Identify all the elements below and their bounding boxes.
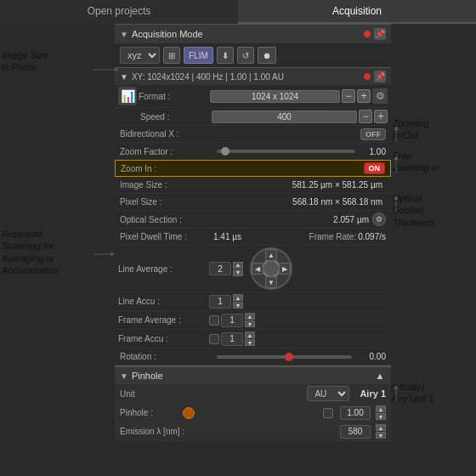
emission-down-btn[interactable]: ▼ — [376, 432, 386, 439]
line-average-input[interactable]: 2 — [209, 262, 231, 275]
pinhole-down-btn[interactable]: ▼ — [376, 413, 386, 420]
pixel-dwell-row: Pixel Dwell Time : 1.41 µs Frame Rate: 0… — [115, 229, 391, 246]
download-btn[interactable]: ⬇ — [217, 47, 234, 64]
arrow-image-size — [94, 65, 119, 75]
unit-select[interactable]: AU µm — [307, 386, 349, 401]
arrow-zooming — [391, 126, 401, 143]
pinhole-steppers: ▲ ▼ — [376, 405, 386, 420]
svg-marker-3 — [110, 252, 115, 257]
flim-btn[interactable]: FLIM — [184, 47, 213, 64]
format-gear-icon[interactable]: ⚙ — [372, 88, 388, 104]
frame-accu-row: Frame Accu : 1 ▲ ▼ — [115, 330, 391, 348]
triangle-pinhole-icon: ▼ — [120, 371, 128, 381]
format-plus-btn[interactable]: + — [357, 89, 371, 103]
line-accu-label: Line Accu : — [118, 297, 207, 306]
rotation-slider[interactable] — [217, 355, 352, 359]
pinhole-dot — [183, 407, 195, 419]
zoom-factor-label: Zoom Factor : — [120, 147, 213, 156]
xy-record-dot — [364, 73, 371, 80]
nav-left-btn[interactable]: ◀ — [252, 263, 264, 275]
unit-label: Unit — [120, 389, 303, 399]
emission-row: Emission λ [nm] : 580 ▲ ▼ — [115, 422, 391, 441]
format-label: Format : — [139, 92, 208, 101]
pixel-size-label: Pixel Size : — [120, 197, 213, 207]
bidirectional-toggle[interactable]: OFF — [360, 128, 386, 140]
pinhole-value[interactable]: 1.00 — [340, 406, 371, 420]
frame-average-down-btn[interactable]: ▼ — [245, 320, 255, 327]
image-size-row: Image Size : 581.25 µm × 581.25 µm — [115, 177, 391, 194]
emission-steppers: ▲ ▼ — [376, 424, 386, 439]
line-accu-up-btn[interactable]: ▲ — [233, 294, 243, 301]
frame-accu-down-btn[interactable]: ▼ — [245, 339, 255, 346]
line-accu-down-btn[interactable]: ▼ — [233, 302, 243, 309]
toolbar-row: xyz xy xz ⊞ FLIM ⬇ ↺ ⏺ — [115, 43, 391, 67]
frame-accu-input[interactable]: 1 — [221, 332, 243, 346]
speed-plus-btn[interactable]: + — [374, 110, 388, 123]
emission-up-btn[interactable]: ▲ — [376, 424, 386, 431]
pinhole-header[interactable]: ▼ Pinhole ▲ — [115, 367, 391, 384]
pinhole-checkbox[interactable] — [323, 408, 333, 418]
grid-btn[interactable]: ⊞ — [163, 47, 180, 64]
chart-icon: 📊 — [118, 87, 137, 105]
zoom-in-label: Zoom In : — [121, 164, 214, 173]
speed-label: Speed : — [140, 112, 210, 122]
arrow-optical — [391, 196, 401, 212]
zoom-in-toggle[interactable]: ON — [364, 162, 386, 174]
optical-section-icon[interactable]: ⚙ — [372, 212, 386, 226]
line-average-up-btn[interactable]: ▲ — [233, 262, 243, 269]
emission-label: Emission λ [nm] : — [120, 427, 337, 436]
tab-open-projects[interactable]: Open projects — [0, 0, 238, 24]
optical-section-value: 2.057 µm — [213, 215, 372, 224]
pinhole-title: Pinhole — [132, 371, 371, 381]
xy-header-title: XY: 1024x1024 | 400 Hz | 1.00 | 1.00 AU — [132, 72, 284, 82]
format-minus-btn[interactable]: − — [342, 89, 355, 103]
xy-section-header: ▼ XY: 1024x1024 | 400 Hz | 1.00 | 1.00 A… — [115, 67, 391, 85]
pinhole-value-row: Pinhole : 1.00 ▲ ▼ — [115, 404, 391, 422]
line-average-down-btn[interactable]: ▼ — [233, 269, 243, 276]
image-size-value: 581.25 µm × 581.25 µm — [213, 180, 386, 190]
xy-pin-icon: 📌 — [374, 71, 386, 82]
pinhole-label: Pinhole : — [120, 408, 179, 417]
record-dot — [364, 31, 371, 37]
format-value: 1024 x 1024 — [210, 90, 340, 103]
nav-joystick[interactable]: ▲ ◀ ▶ ▼ — [250, 247, 292, 290]
frame-average-label: Frame Average : — [118, 315, 207, 325]
svg-marker-7 — [394, 156, 399, 160]
arrow-free-zooming — [391, 156, 401, 173]
optical-section-row: Optical Section : 2.057 µm ⚙ — [115, 211, 391, 229]
refresh-btn[interactable]: ↺ — [237, 47, 254, 64]
pinhole-up-btn[interactable]: ▲ — [376, 405, 386, 412]
xyz-select[interactable]: xyz xy xz — [120, 47, 160, 64]
svg-marker-11 — [394, 385, 399, 389]
tab-bar: Open projects Acquisition — [0, 0, 476, 24]
frame-accu-steppers: ▲ ▼ — [245, 332, 255, 346]
line-accu-input[interactable]: 1 — [209, 295, 231, 309]
tab-acquisition[interactable]: Acquisition — [238, 0, 476, 24]
pinhole-section: ▼ Pinhole ▲ Unit AU µm Airy 1 Pinhole : … — [115, 366, 391, 441]
bidirectional-label: Bidirectional X : — [120, 129, 213, 139]
nav-down-btn[interactable]: ▼ — [265, 276, 277, 288]
frame-accu-up-btn[interactable]: ▲ — [245, 332, 255, 338]
pixel-size-row: Pixel Size : 568.18 nm × 568.18 nm — [115, 194, 391, 211]
frame-average-up-btn[interactable]: ▲ — [245, 313, 255, 320]
format-row: 📊 Format : 1024 x 1024 − + ⚙ — [115, 85, 391, 108]
annotation-image-size: Image Sizein Pixels — [2, 49, 48, 74]
nav-up-btn[interactable]: ▲ — [265, 249, 277, 261]
zoom-factor-slider[interactable] — [217, 150, 355, 153]
image-size-label: Image Size : — [120, 180, 213, 190]
zoom-in-row: Zoom In : ON — [115, 160, 391, 177]
line-average-steppers: ▲ ▼ — [233, 262, 243, 276]
frame-average-input[interactable]: 1 — [221, 314, 243, 327]
zoom-factor-value: 1.00 — [362, 147, 386, 156]
pixel-dwell-value: 1.41 µs — [213, 232, 241, 241]
emission-value[interactable]: 580 — [340, 425, 371, 439]
right-annotations: ZoomingIn/Out FreeZooming in OpticalSect… — [391, 24, 476, 476]
acquisition-mode-header: ▼ Acquisition Mode 📌 — [115, 24, 391, 43]
optical-section-label: Optical Section : — [120, 215, 213, 224]
speed-minus-btn[interactable]: − — [359, 110, 372, 123]
nav-right-btn[interactable]: ▶ — [279, 263, 291, 275]
frame-rate-label: Frame Rate: — [309, 232, 357, 241]
record-btn[interactable]: ⏺ — [258, 47, 276, 64]
frame-average-checkbox[interactable] — [209, 315, 219, 326]
frame-accu-checkbox[interactable] — [209, 334, 219, 344]
